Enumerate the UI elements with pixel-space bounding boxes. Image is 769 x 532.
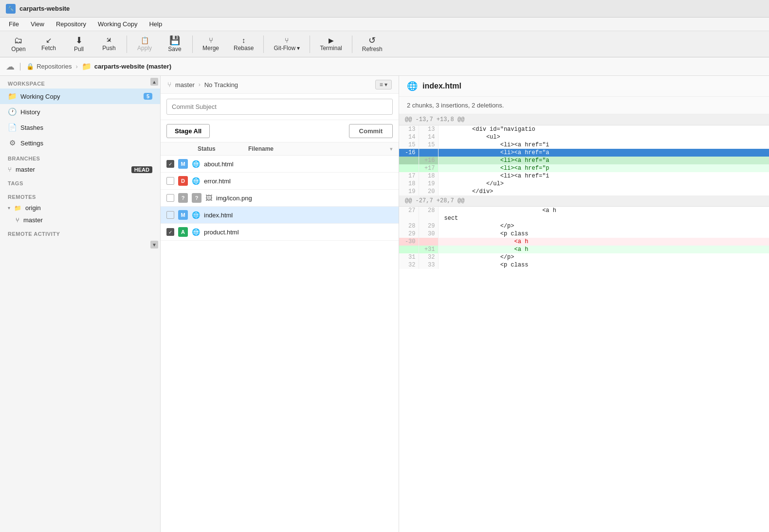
sidebar-item-history[interactable]: 🕐 History bbox=[0, 104, 160, 120]
commit-subject-input[interactable] bbox=[166, 99, 393, 115]
file-checkbox-error[interactable] bbox=[166, 177, 174, 185]
middle-panel: ⑂ master › No Tracking ≡ ▾ Stage All Com… bbox=[161, 76, 399, 532]
file-icon-error: 🌐 bbox=[192, 177, 200, 185]
diff-hunk-2-header: @@ -27,7 +28,7 @@ bbox=[399, 195, 769, 207]
pull-icon: ⬇ bbox=[75, 36, 83, 45]
sidebar-item-working-copy[interactable]: 📁 Working Copy 5 bbox=[0, 89, 160, 104]
app-icon: 🔧 bbox=[6, 4, 16, 14]
diff-line-add-31: +31 <a h bbox=[399, 246, 769, 253]
rebase-button[interactable]: ↕ Rebase bbox=[227, 34, 260, 55]
file-icon-index: 🌐 bbox=[192, 211, 200, 219]
file-status-about: M bbox=[178, 159, 188, 169]
diff-line: 18 19 </ul> bbox=[399, 180, 769, 188]
toolbar-separator-5 bbox=[352, 35, 352, 53]
menu-repository[interactable]: Repository bbox=[51, 19, 91, 29]
diff-line: 13 13 <div id="navigatio bbox=[399, 125, 769, 133]
sidebar-item-stashes[interactable]: 📄 Stashes bbox=[0, 120, 160, 135]
diff-line-del-16: -16 <li><a href="a bbox=[399, 149, 769, 157]
sidebar-scroll-up[interactable]: ▲ bbox=[150, 78, 158, 86]
diff-line-del-30: -30 <a h bbox=[399, 238, 769, 246]
save-icon: 💾 bbox=[169, 36, 180, 45]
open-icon: 🗂 bbox=[14, 36, 23, 45]
branch-arrow: › bbox=[199, 81, 201, 88]
file-row-error[interactable]: D 🌐 error.html bbox=[161, 173, 399, 190]
folder-icon: 📁 bbox=[82, 62, 92, 71]
toolbar-separator-4 bbox=[310, 35, 310, 53]
menu-working-copy[interactable]: Working Copy bbox=[93, 19, 142, 29]
sidebar-item-master-branch[interactable]: ⑂ master HEAD bbox=[0, 163, 160, 176]
menu-bar: File View Repository Working Copy Help bbox=[0, 18, 769, 31]
diff-line: 29 30 <p class bbox=[399, 230, 769, 238]
diff-file-icon: 🌐 bbox=[407, 81, 418, 91]
save-button[interactable]: 💾 Save bbox=[160, 34, 189, 55]
menu-help[interactable]: Help bbox=[144, 19, 167, 29]
breadcrumb-arrow: › bbox=[75, 63, 77, 70]
repo-icon: 🔒 bbox=[26, 63, 34, 70]
pull-button[interactable]: ⬇ Pull bbox=[64, 34, 93, 55]
diff-line: 31 32 </p> bbox=[399, 253, 769, 261]
head-badge: HEAD bbox=[131, 166, 152, 173]
diff-line: 32 33 <p class bbox=[399, 261, 769, 269]
gitflow-icon: ⑂ bbox=[285, 37, 289, 44]
sidebar-scroll-down[interactable]: ▼ bbox=[150, 241, 158, 248]
file-checkbox-product[interactable]: ✓ bbox=[166, 228, 174, 236]
diff-line-add-17: +17 <li><a href="p bbox=[399, 164, 769, 172]
merge-button[interactable]: ⑂ Merge bbox=[196, 34, 226, 55]
branch-name-text: master bbox=[175, 81, 195, 89]
repositories-breadcrumb[interactable]: 🔒 Repositories bbox=[26, 63, 72, 70]
file-row-product[interactable]: ✓ A 🌐 product.html bbox=[161, 224, 399, 241]
fetch-button[interactable]: ↙ Fetch bbox=[34, 34, 63, 55]
filename-index: index.html bbox=[204, 212, 233, 219]
filename-column-header: Filename bbox=[248, 145, 388, 152]
fetch-icon: ↙ bbox=[46, 36, 52, 44]
menu-view[interactable]: View bbox=[26, 19, 49, 29]
tags-label: Tags bbox=[0, 176, 160, 188]
toolbar: 🗂 Open ↙ Fetch ⬇ Pull ✈ Push 📋 Apply 💾 S… bbox=[0, 31, 769, 57]
rebase-icon: ↕ bbox=[242, 36, 246, 44]
file-row-img[interactable]: ? ? 🖼 img/icon.png bbox=[161, 190, 399, 207]
refresh-button[interactable]: ↺ Refresh bbox=[355, 34, 389, 55]
main-layout: ▲ Workspace 📁 Working Copy 5 🕐 History 📄… bbox=[0, 76, 769, 532]
file-checkbox-index[interactable] bbox=[166, 211, 174, 219]
diff-line: 17 18 <li><a href="i bbox=[399, 172, 769, 180]
branch-menu-button[interactable]: ≡ ▾ bbox=[375, 80, 392, 89]
diff-hunk-1-header: @@ -13,7 +13,8 @@ bbox=[399, 114, 769, 125]
working-copy-icon: 📁 bbox=[8, 92, 17, 101]
remote-activity-label: Remote Activity bbox=[0, 226, 160, 239]
commit-area bbox=[161, 94, 399, 120]
open-button[interactable]: 🗂 Open bbox=[4, 34, 33, 55]
sidebar-item-settings[interactable]: ⚙ Settings bbox=[0, 135, 160, 151]
diff-header: 🌐 index.html bbox=[399, 76, 769, 97]
gitflow-button[interactable]: ⑂ Git-Flow ▾ bbox=[267, 34, 307, 55]
branch-icon: ⑂ bbox=[8, 166, 12, 173]
file-row-about[interactable]: ✓ M 🌐 about.html bbox=[161, 156, 399, 173]
tracking-label: No Tracking bbox=[204, 81, 238, 89]
diff-line: 28 29 </p> bbox=[399, 222, 769, 230]
menu-file[interactable]: File bbox=[4, 19, 24, 29]
app-title: carparts-website bbox=[19, 5, 70, 12]
sidebar-item-origin[interactable]: ▾ 📁 origin bbox=[0, 202, 160, 214]
file-table-header: Status Filename ▾ bbox=[161, 142, 399, 156]
workspace-label: Workspace bbox=[0, 76, 160, 89]
sidebar-item-origin-master[interactable]: ⑂ master bbox=[0, 214, 160, 226]
file-status-product: A bbox=[178, 227, 188, 237]
stage-all-button[interactable]: Stage All bbox=[166, 124, 210, 138]
file-checkbox-about[interactable]: ✓ bbox=[166, 160, 174, 168]
file-status-img-1: ? bbox=[178, 193, 188, 203]
settings-icon: ⚙ bbox=[8, 139, 17, 147]
diff-content[interactable]: @@ -13,7 +13,8 @@ 13 13 <div id="navigat… bbox=[399, 114, 769, 532]
diff-line: 19 20 </div> bbox=[399, 188, 769, 195]
push-button[interactable]: ✈ Push bbox=[94, 34, 124, 55]
column-dropdown-icon[interactable]: ▾ bbox=[390, 146, 393, 152]
commit-button[interactable]: Commit bbox=[349, 124, 393, 138]
current-repo-breadcrumb[interactable]: 📁 carparts-website (master) bbox=[82, 62, 171, 71]
filename-product: product.html bbox=[204, 229, 239, 236]
file-icon-about: 🌐 bbox=[192, 160, 200, 168]
filename-about: about.html bbox=[204, 160, 234, 168]
terminal-button[interactable]: ▶ Terminal bbox=[313, 34, 348, 55]
diff-line: sect bbox=[399, 214, 769, 222]
file-checkbox-img[interactable] bbox=[166, 194, 174, 202]
file-row-index[interactable]: M 🌐 index.html bbox=[161, 207, 399, 224]
apply-button[interactable]: 📋 Apply bbox=[130, 34, 159, 55]
diff-line: 27 28 <a h bbox=[399, 207, 769, 214]
